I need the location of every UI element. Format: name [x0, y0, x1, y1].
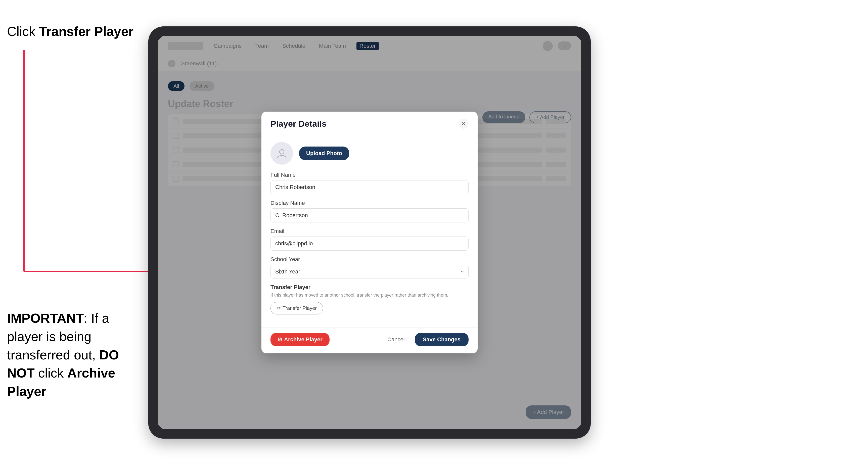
- transfer-section-desc: If this player has moved to another scho…: [271, 292, 469, 298]
- transfer-section-title: Transfer Player: [271, 284, 469, 290]
- svg-point-3: [280, 150, 284, 154]
- player-details-modal: Player Details × Upload Photo: [261, 112, 477, 353]
- annotation-transfer-strong: Transfer Player: [39, 24, 133, 39]
- tablet-device: Campaigns Team Schedule Main Team Roster…: [148, 26, 591, 439]
- email-group: Email: [271, 228, 469, 251]
- full-name-group: Full Name: [271, 172, 469, 194]
- modal-body: Upload Photo Full Name Display Name: [261, 135, 477, 327]
- upload-photo-button[interactable]: Upload Photo: [299, 147, 349, 160]
- archive-player-button[interactable]: ⊘ Archive Player: [271, 333, 330, 346]
- email-label: Email: [271, 228, 469, 235]
- archive-btn-label: Archive Player: [284, 336, 322, 343]
- footer-right: Cancel Save Changes: [382, 333, 469, 346]
- avatar-placeholder: [271, 142, 293, 165]
- school-year-select[interactable]: First Year Second Year Third Year Fourth…: [271, 264, 469, 279]
- annotation-important: IMPORTANT: [7, 311, 84, 325]
- display-name-group: Display Name: [271, 200, 469, 222]
- display-name-label: Display Name: [271, 200, 469, 206]
- annotation-bottom-label: IMPORTANT: If a player is being transfer…: [7, 309, 148, 401]
- email-input[interactable]: [271, 237, 469, 251]
- modal-close-button[interactable]: ×: [459, 119, 469, 129]
- transfer-icon: ⟳: [277, 305, 281, 311]
- transfer-btn-label: Transfer Player: [283, 305, 317, 311]
- display-name-input[interactable]: [271, 208, 469, 222]
- modal-footer: ⊘ Archive Player Cancel Save Changes: [261, 328, 477, 353]
- transfer-player-section: Transfer Player If this player has moved…: [271, 284, 469, 314]
- user-silhouette-icon: [276, 148, 287, 159]
- school-year-label: School Year: [271, 256, 469, 263]
- modal-overlay: Player Details × Upload Photo: [158, 36, 581, 429]
- annotation-click-label: Click Transfer Player: [7, 24, 133, 39]
- full-name-label: Full Name: [271, 172, 469, 178]
- save-changes-button[interactable]: Save Changes: [415, 333, 469, 346]
- cancel-button[interactable]: Cancel: [382, 333, 409, 346]
- modal-header: Player Details ×: [261, 112, 477, 135]
- archive-icon: ⊘: [278, 336, 282, 343]
- full-name-input[interactable]: [271, 180, 469, 194]
- tablet-screen: Campaigns Team Schedule Main Team Roster…: [158, 36, 581, 429]
- school-year-group: School Year First Year Second Year Third…: [271, 256, 469, 279]
- transfer-player-button[interactable]: ⟳ Transfer Player: [271, 302, 323, 314]
- avatar-section: Upload Photo: [271, 142, 469, 165]
- modal-title: Player Details: [271, 119, 327, 129]
